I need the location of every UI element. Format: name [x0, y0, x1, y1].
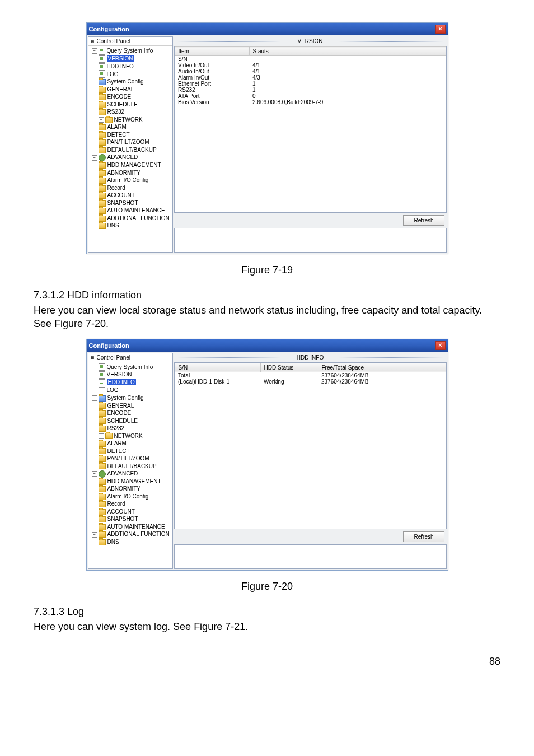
window-title: Configuration [89, 342, 129, 349]
hdd-table: S/N HDD Status Free/Total Space Total-23… [174, 362, 447, 529]
table-row: S/N [175, 56, 446, 63]
table-row: Video In/Out4/1 [175, 62, 446, 68]
status-box [174, 228, 447, 253]
para-hdd-info: Here you can view local storage status a… [34, 304, 500, 331]
titlebar[interactable]: Configuration × [87, 339, 448, 352]
status-box [174, 544, 447, 569]
figure-caption: Figure 7-20 [34, 581, 500, 592]
table-row: (Local)HDD-1 Disk-1Working237604/238464M… [175, 379, 446, 385]
page-number: 88 [34, 656, 500, 668]
table-row: Alarm In/Out4/3 [175, 74, 446, 81]
refresh-button[interactable]: Refresh [403, 215, 444, 226]
version-table: Item Stauts S/NVideo In/Out4/1Audio In/O… [174, 46, 447, 213]
titlebar[interactable]: Configuration × [87, 23, 448, 35]
close-icon[interactable]: × [435, 341, 446, 350]
tree[interactable]: −Query System Info VERSION HDD INFO LOG … [88, 362, 172, 547]
table-row: ATA Port0 [175, 93, 446, 99]
heading-log: 7.3.1.3 Log [34, 606, 500, 618]
tree-pane: 🖥 Control Panel −Query System Info VERSI… [88, 353, 173, 569]
section-title: HDD INFO [174, 353, 447, 362]
table-row: Bios Version2.606.0008.0,Build:2009-7-9 [175, 99, 446, 105]
gear-icon [99, 470, 106, 478]
gear-icon [99, 154, 106, 161]
control-panel-header[interactable]: 🖥 Control Panel [88, 37, 172, 46]
monitor-icon: 🖥 [90, 39, 95, 44]
config-window-version: Configuration × 🖥 Control Panel −Query S… [86, 22, 448, 254]
tree-item-log[interactable]: LOG [107, 71, 119, 77]
heading-hdd-info: 7.3.1.2 HDD information [34, 290, 500, 301]
tree-item-hddinfo[interactable]: HDD INFO [107, 63, 134, 69]
tree[interactable]: −Query System Info VERSION HDD INFO LOG … [88, 46, 172, 231]
table-row: Ethernet Port1 [175, 81, 446, 87]
table-row: Total-237604/238464MB [175, 372, 446, 379]
monitor-icon: 🖥 [90, 354, 95, 360]
figure-caption: Figure 7-19 [34, 264, 500, 276]
refresh-button[interactable]: Refresh [403, 531, 444, 542]
control-panel-header[interactable]: 🖥 Control Panel [88, 353, 172, 362]
window-title: Configuration [89, 26, 129, 32]
para-log: Here you can view system log. See Figure… [34, 620, 500, 633]
close-icon[interactable]: × [435, 25, 446, 34]
tree-item-version[interactable]: VERSION [107, 55, 134, 62]
config-window-hddinfo: Configuration × 🖥 Control Panel −Query S… [86, 339, 448, 571]
section-title: VERSION [174, 36, 447, 46]
table-row: Audio In/Out4/1 [175, 68, 446, 74]
table-row: RS2321 [175, 87, 446, 93]
tree-item-hddinfo[interactable]: HDD INFO [107, 379, 136, 385]
tree-pane: 🖥 Control Panel −Query System Info VERSI… [88, 36, 173, 253]
